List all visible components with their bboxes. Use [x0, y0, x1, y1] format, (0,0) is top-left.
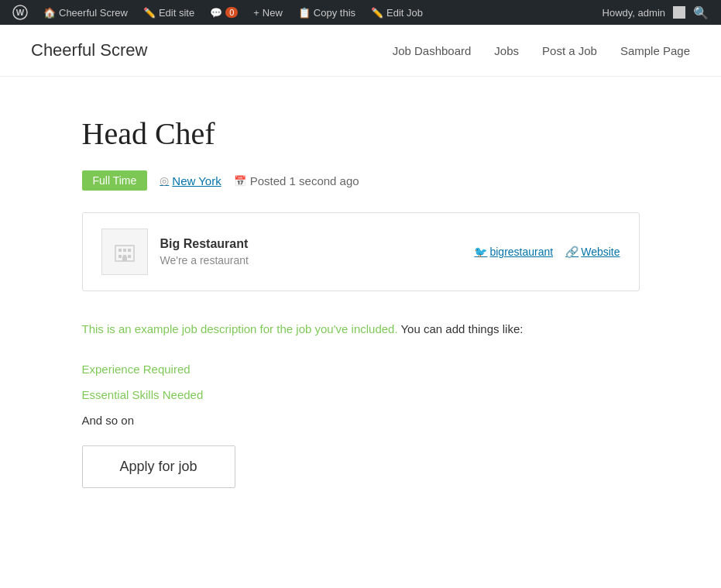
link-icon: 🔗 — [565, 246, 579, 258]
admin-search-button[interactable]: 🔍 — [687, 5, 715, 20]
company-name: Big Restaurant — [160, 237, 249, 251]
admin-site-label: Cheerful Screw — [59, 7, 128, 19]
plus-icon: + — [253, 7, 259, 19]
website-label: Website — [581, 246, 620, 258]
comment-icon: 💬 — [210, 7, 222, 19]
pencil-icon: ✏️ — [371, 7, 383, 19]
desc-line1-rest: You can add things like: — [398, 322, 524, 335]
admin-bar-edit-site[interactable]: ✏️ Edit site — [137, 0, 201, 25]
copy-label: Copy this — [314, 7, 355, 19]
company-left: Big Restaurant We're a restaurant — [101, 229, 249, 275]
location-text: New York — [172, 174, 221, 187]
admin-bar-new[interactable]: + New — [247, 0, 289, 25]
nav-item-jobs[interactable]: Jobs — [494, 44, 519, 57]
new-label: New — [263, 7, 283, 19]
svg-rect-6 — [118, 255, 122, 258]
copy-icon: 📋 — [298, 7, 311, 19]
nav-item-job-dashboard[interactable]: Job Dashboard — [393, 44, 472, 57]
svg-rect-4 — [123, 249, 126, 252]
comment-count: 0 — [225, 7, 238, 18]
site-header: Cheerful Screw Job Dashboard Jobs Post a… — [0, 25, 721, 77]
job-posted: 📅 Posted 1 second ago — [234, 174, 359, 187]
site-nav: Job Dashboard Jobs Post a Job Sample Pag… — [393, 44, 690, 57]
admin-bar-wp-icon[interactable]: W — [6, 0, 34, 25]
job-meta: Full Time ◎ New York 📅 Posted 1 second a… — [82, 170, 640, 191]
howdy-label[interactable]: Howdy, admin — [596, 7, 671, 19]
company-logo — [101, 229, 148, 275]
twitter-handle: bigrestaurant — [489, 246, 553, 258]
location-icon: ◎ — [160, 174, 169, 187]
job-type-badge: Full Time — [82, 170, 148, 191]
svg-rect-8 — [128, 255, 131, 258]
admin-bar-copy[interactable]: 📋 Copy this — [292, 0, 362, 25]
twitter-icon: 🐦 — [474, 246, 487, 258]
wordpress-icon: W — [12, 5, 28, 20]
job-title: Head Chef — [82, 115, 640, 152]
building-icon — [112, 239, 137, 264]
company-card: Big Restaurant We're a restaurant 🐦 bigr… — [82, 212, 640, 291]
admin-bar-edit-job[interactable]: ✏️ Edit Job — [365, 0, 429, 25]
svg-text:W: W — [16, 8, 25, 17]
admin-bar-comments[interactable]: 💬 0 — [204, 0, 244, 25]
calendar-icon: 📅 — [234, 175, 246, 187]
avatar[interactable] — [673, 6, 685, 19]
company-info: Big Restaurant We're a restaurant — [160, 237, 249, 266]
edit-job-label: Edit Job — [386, 7, 423, 19]
nav-item-sample-page[interactable]: Sample Page — [620, 44, 690, 57]
job-description-intro: This is an example job description for t… — [82, 319, 640, 339]
company-links: 🐦 bigrestaurant 🔗 Website — [474, 246, 620, 258]
company-description: We're a restaurant — [160, 254, 249, 266]
company-twitter-link[interactable]: 🐦 bigrestaurant — [474, 246, 553, 258]
svg-rect-3 — [118, 249, 122, 252]
admin-bar: W 🏠 Cheerful Screw ✏️ Edit site 💬 0 + Ne… — [0, 0, 721, 25]
svg-rect-5 — [128, 249, 131, 252]
desc-item-1: Experience Required — [82, 363, 640, 376]
main-content: Head Chef Full Time ◎ New York 📅 Posted … — [51, 115, 671, 488]
svg-rect-9 — [122, 256, 127, 261]
edit-site-label: Edit site — [159, 7, 194, 19]
admin-bar-site[interactable]: 🏠 Cheerful Screw — [37, 0, 134, 25]
edit-site-icon: ✏️ — [143, 7, 156, 19]
job-location[interactable]: ◎ New York — [160, 174, 221, 187]
apply-button[interactable]: Apply for job — [82, 445, 235, 488]
posted-text: Posted 1 second ago — [250, 174, 359, 187]
desc-item-2: Essential Skills Needed — [82, 388, 640, 401]
desc-line1-colored: This is an example job description for t… — [82, 322, 398, 335]
company-website-link[interactable]: 🔗 Website — [565, 246, 620, 258]
desc-item-3: And so on — [82, 414, 640, 427]
site-icon: 🏠 — [43, 7, 56, 19]
nav-item-post-job[interactable]: Post a Job — [542, 44, 597, 57]
admin-bar-right: Howdy, admin 🔍 — [596, 5, 715, 20]
site-title[interactable]: Cheerful Screw — [31, 40, 147, 60]
